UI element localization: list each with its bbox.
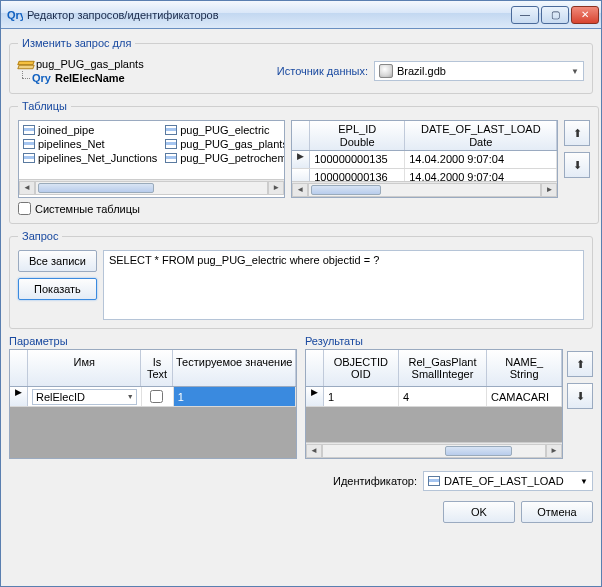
qry-prefix: Qry (32, 72, 51, 84)
move-up-button[interactable]: ⬆ (567, 351, 593, 377)
table-icon (23, 153, 35, 163)
col-header[interactable]: OBJECTIDOID (324, 350, 399, 386)
system-tables-label: Системные таблицы (35, 203, 140, 215)
col-header[interactable]: Is Text (141, 350, 173, 386)
results-legend: Результаты (305, 335, 563, 347)
col-header[interactable]: Тестируемое значение (173, 350, 296, 386)
chevron-down-icon: ▼ (571, 67, 579, 76)
param-testval-cell[interactable]: 1 (174, 387, 296, 406)
table-item[interactable]: joined_pipe (21, 123, 159, 137)
table-item[interactable]: pipelines_Net_Junctions (21, 151, 159, 165)
arrow-down-icon: ⬇ (576, 390, 585, 403)
datasource-label: Источник данных: (277, 65, 368, 77)
table-icon (165, 153, 177, 163)
geodatabase-icon (379, 64, 393, 78)
table-item[interactable]: pug_PUG_electric (163, 123, 285, 137)
change-query-for-legend: Изменить запрос для (18, 37, 135, 49)
chevron-down-icon: ▼ (580, 477, 588, 486)
change-query-for-group: Изменить запрос для pug_PUG_gas_plants Q… (9, 37, 593, 94)
tables-hscroll[interactable]: ◄ ► (19, 179, 284, 195)
query-legend: Запрос (18, 230, 62, 242)
minimize-button[interactable]: — (511, 6, 539, 24)
tree-root-item[interactable]: pug_PUG_gas_plants (18, 57, 271, 71)
cancel-button[interactable]: Отмена (521, 501, 593, 523)
tree-child-item[interactable]: Qry RelElecName (32, 71, 271, 85)
table-item[interactable]: pug_PUG_petrochem_… (163, 151, 285, 165)
table-icon (428, 476, 440, 486)
scroll-thumb[interactable] (445, 446, 512, 456)
maximize-button[interactable]: ▢ (541, 6, 569, 24)
move-up-button[interactable]: ⬆ (564, 120, 590, 146)
system-tables-checkbox[interactable]: Системные таблицы (18, 202, 590, 215)
results-hscroll[interactable]: ◄ ► (306, 442, 562, 458)
all-records-button[interactable]: Все записи (18, 250, 97, 272)
scroll-right-icon[interactable]: ► (546, 444, 562, 458)
query-editor-window: Qry Редактор запросов/идентификаторов — … (0, 0, 602, 587)
chevron-down-icon: ▼ (127, 393, 134, 400)
grid-row[interactable]: ▶ 100000000135 14.04.2000 9:07:04 (292, 151, 557, 169)
sql-text: SELECT * FROM pug_PUG_electric where obj… (109, 254, 379, 266)
tree-child-label: RelElecName (55, 72, 125, 84)
window-title: Редактор запросов/идентификаторов (27, 9, 511, 21)
results-grid[interactable]: OBJECTIDOID Rel_GasPlantSmallInteger NAM… (305, 349, 563, 459)
layer-tree[interactable]: pug_PUG_gas_plants Qry RelElecName (18, 57, 271, 85)
datasource-combo[interactable]: Brazil.gdb ▼ (374, 61, 584, 81)
app-qry-icon: Qry (7, 7, 23, 23)
scroll-right-icon[interactable]: ► (268, 181, 284, 195)
datasource-value: Brazil.gdb (397, 65, 446, 77)
param-row[interactable]: ▶ RelElecID ▼ 1 (10, 387, 296, 407)
preview-hscroll[interactable]: ◄ ► (292, 181, 557, 197)
row-indicator-icon: ▶ (306, 387, 324, 406)
show-button[interactable]: Показать (18, 278, 97, 300)
scroll-left-icon[interactable]: ◄ (306, 444, 322, 458)
result-row[interactable]: ▶ 1 4 CAMACARI (306, 387, 562, 407)
table-icon (165, 125, 177, 135)
param-name-combo[interactable]: RelElecID ▼ (32, 389, 137, 405)
identifier-value: DATE_OF_LAST_LOAD (444, 475, 564, 487)
tables-legend: Таблицы (18, 100, 71, 112)
col-header[interactable]: Rel_GasPlantSmallInteger (399, 350, 488, 386)
scroll-left-icon[interactable]: ◄ (19, 181, 35, 195)
svg-text:Qry: Qry (7, 9, 23, 21)
layer-icon (18, 59, 32, 69)
params-grid[interactable]: Имя Is Text Тестируемое значение ▶ RelEl… (9, 349, 297, 459)
fields-preview-grid[interactable]: EPL_IDDouble DATE_OF_LAST_LOADDate ▶ 100… (291, 120, 558, 198)
params-legend: Параметры (9, 335, 297, 347)
row-indicator-icon: ▶ (292, 151, 310, 168)
scroll-thumb[interactable] (311, 185, 380, 195)
col-header[interactable]: NAME_String (487, 350, 562, 386)
identifier-label: Идентификатор: (333, 475, 417, 487)
col-header[interactable]: DATE_OF_LAST_LOADDate (405, 121, 557, 150)
titlebar[interactable]: Qry Редактор запросов/идентификаторов — … (1, 1, 601, 29)
tree-root-label: pug_PUG_gas_plants (36, 58, 144, 70)
arrow-up-icon: ⬆ (576, 358, 585, 371)
move-down-button[interactable]: ⬇ (564, 152, 590, 178)
ok-button[interactable]: OK (443, 501, 515, 523)
scroll-thumb[interactable] (38, 183, 154, 193)
identifier-combo[interactable]: DATE_OF_LAST_LOAD ▼ (423, 471, 593, 491)
scroll-left-icon[interactable]: ◄ (292, 183, 308, 197)
sql-textarea[interactable]: SELECT * FROM pug_PUG_electric where obj… (103, 250, 584, 320)
close-button[interactable]: ✕ (571, 6, 599, 24)
table-icon (23, 125, 35, 135)
table-icon (23, 139, 35, 149)
arrow-up-icon: ⬆ (573, 127, 582, 140)
param-istext-checkbox[interactable] (150, 390, 163, 403)
move-down-button[interactable]: ⬇ (567, 383, 593, 409)
tables-group: Таблицы joined_pipe pipelines_Net pipeli… (9, 100, 599, 224)
col-header[interactable]: Имя (28, 350, 141, 386)
col-header[interactable]: EPL_IDDouble (310, 121, 405, 150)
tables-listbox[interactable]: joined_pipe pipelines_Net pipelines_Net_… (18, 120, 285, 198)
scroll-right-icon[interactable]: ► (541, 183, 557, 197)
table-icon (165, 139, 177, 149)
query-group: Запрос Все записи Показать SELECT * FROM… (9, 230, 593, 329)
arrow-down-icon: ⬇ (573, 159, 582, 172)
row-indicator-icon: ▶ (10, 387, 28, 406)
grid-row[interactable]: 100000000136 14.04.2000 9:07:04 (292, 169, 557, 181)
system-tables-input[interactable] (18, 202, 31, 215)
table-item[interactable]: pug_PUG_gas_plants (163, 137, 285, 151)
table-item[interactable]: pipelines_Net (21, 137, 159, 151)
